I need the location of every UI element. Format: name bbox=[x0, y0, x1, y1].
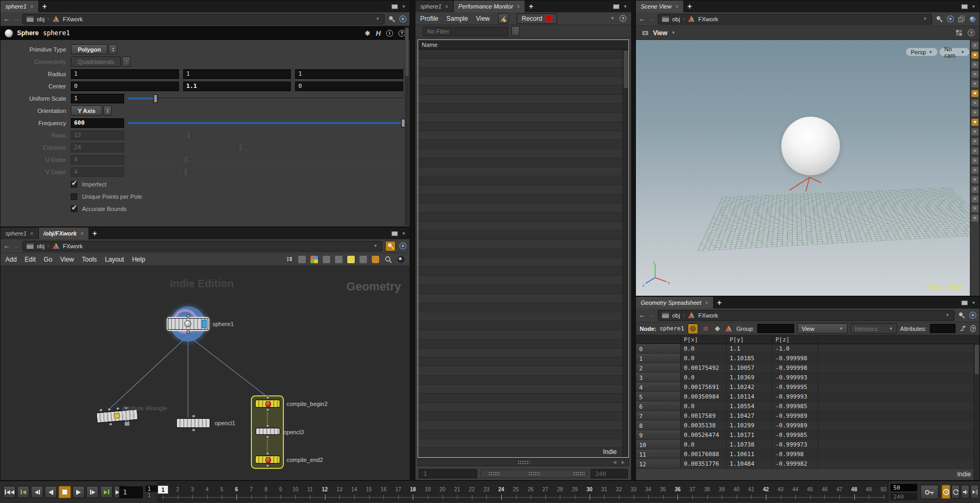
current-frame-indicator[interactable]: 1 bbox=[158, 485, 168, 494]
nav-forward-icon[interactable]: → bbox=[648, 15, 655, 23]
scrollbar-grip[interactable] bbox=[518, 460, 529, 465]
param-imperfect-checkbox[interactable] bbox=[71, 181, 77, 188]
current-frame-field[interactable]: 1 bbox=[119, 486, 143, 498]
tab-sphere1[interactable]: sphere1 × bbox=[1, 228, 39, 239]
breadcrumb-context[interactable]: FXwork bbox=[63, 16, 83, 22]
perf-list-row[interactable] bbox=[418, 348, 628, 358]
column-header-p-x-[interactable]: P[x] bbox=[681, 335, 726, 344]
input-connector[interactable] bbox=[192, 415, 195, 418]
spreadsheet-row[interactable]: 110.001760881.10611-0.99998 bbox=[636, 450, 979, 459]
perf-list-row[interactable] bbox=[418, 385, 628, 394]
perf-list-row[interactable] bbox=[418, 267, 628, 276]
path-field[interactable]: obj › FXwork ▼ bbox=[658, 310, 954, 321]
range-slider[interactable] bbox=[480, 469, 587, 478]
spreadsheet-row[interactable]: 100.01.10738-0.999973 bbox=[636, 440, 979, 450]
realtime-toggle-button[interactable] bbox=[942, 485, 950, 499]
grid-snap-icon[interactable] bbox=[323, 256, 330, 263]
projection-selector[interactable]: Persp▼ bbox=[905, 47, 938, 56]
perf-list-row[interactable] bbox=[418, 439, 628, 448]
viewport-tool-icon[interactable] bbox=[971, 71, 978, 78]
spreadsheet-row[interactable]: 20.001754921.10057-0.999998 bbox=[636, 363, 979, 373]
tab-close-icon[interactable]: × bbox=[30, 4, 34, 10]
background-image-icon[interactable] bbox=[360, 256, 367, 263]
playbar-menu-button[interactable] bbox=[970, 485, 979, 499]
next-frame-button[interactable] bbox=[86, 486, 99, 498]
perf-list-row[interactable] bbox=[418, 339, 628, 348]
tab-sphere1[interactable]: sphere1 × bbox=[1, 1, 39, 12]
viewport-tool-icon[interactable] bbox=[971, 215, 978, 222]
input-connector[interactable] bbox=[266, 396, 270, 399]
pane-menu-icon[interactable]: ▼ bbox=[402, 4, 406, 9]
perf-list-row[interactable] bbox=[418, 95, 628, 104]
perf-list-row[interactable] bbox=[418, 122, 628, 131]
output-connector[interactable] bbox=[266, 435, 270, 439]
perf-list-row[interactable] bbox=[418, 376, 628, 385]
new-tab-button[interactable]: + bbox=[89, 228, 101, 239]
viewport-3d[interactable]: Persp▼ No cam▼ y x z Indie Edition bbox=[636, 40, 970, 296]
tab-close-icon[interactable]: × bbox=[30, 231, 34, 237]
tab-close-icon[interactable]: × bbox=[445, 4, 448, 10]
tab-geometry-spreadsheet[interactable]: Geometry Spreadsheet × bbox=[636, 297, 714, 309]
spreadsheet-row[interactable]: 90.005264741.10171-0.999985 bbox=[636, 431, 979, 440]
gear-icon[interactable]: ✱ bbox=[365, 29, 371, 37]
new-tab-button[interactable]: + bbox=[684, 1, 696, 12]
sheet-vertical-scrollbar[interactable] bbox=[974, 344, 979, 480]
tab-sphere1[interactable]: sphere1 × bbox=[415, 1, 454, 12]
layout-icon[interactable] bbox=[954, 29, 963, 37]
viewport-tool-icon[interactable] bbox=[971, 119, 978, 126]
spreadsheet-row[interactable]: 70.00175891.10427-0.999989 bbox=[636, 411, 979, 421]
node-opencl3[interactable] bbox=[256, 428, 280, 435]
viewport-tool-icon[interactable] bbox=[971, 42, 978, 49]
nav-back-icon[interactable]: ← bbox=[639, 15, 646, 23]
menu-go[interactable]: Go bbox=[44, 256, 52, 263]
path-field[interactable]: obj › FXwork ▼ bbox=[22, 241, 382, 251]
nav-forward-icon[interactable]: → bbox=[648, 311, 655, 319]
perf-result-list[interactable]: Name Indie bbox=[418, 39, 629, 458]
play-button[interactable] bbox=[72, 486, 85, 498]
perf-list-row[interactable] bbox=[418, 394, 628, 403]
path-dropdown-icon[interactable]: ▼ bbox=[373, 244, 379, 248]
perf-list-row[interactable] bbox=[418, 86, 628, 95]
viewport-tool-icon[interactable] bbox=[971, 52, 978, 59]
pane-menu-icon[interactable]: ▼ bbox=[623, 4, 627, 9]
menu-layout[interactable]: Layout bbox=[105, 256, 124, 263]
spreadsheet-row[interactable]: 30.01.10369-0.999993 bbox=[636, 373, 979, 383]
paint-bucket-icon[interactable] bbox=[372, 256, 379, 263]
viewport-tool-icon[interactable] bbox=[971, 167, 978, 174]
spreadsheet-row[interactable]: 40.001756911.10242-0.999995 bbox=[636, 383, 979, 392]
search-icon[interactable] bbox=[384, 255, 393, 264]
param-radius-field-2[interactable]: 1 bbox=[295, 69, 403, 79]
perf-list-row[interactable] bbox=[418, 276, 628, 285]
viewport-tool-icon[interactable] bbox=[971, 186, 978, 193]
perf-list-row[interactable] bbox=[418, 403, 628, 412]
input-connector[interactable] bbox=[266, 424, 270, 427]
perf-list-row[interactable] bbox=[418, 131, 628, 140]
param-radius-field-1[interactable]: 1 bbox=[183, 69, 291, 79]
perf-column-header[interactable]: Name bbox=[418, 40, 628, 50]
column-header-p-y-[interactable]: P[y] bbox=[726, 335, 772, 344]
perf-list-row[interactable] bbox=[418, 222, 628, 231]
houdini-help-icon[interactable]: H bbox=[376, 29, 381, 37]
viewport-title-caret[interactable]: ▼ bbox=[671, 30, 675, 35]
perf-horizontal-scrollbar[interactable]: ◀ ▶ bbox=[418, 459, 629, 466]
breadcrumb-root[interactable]: obj bbox=[37, 243, 45, 249]
pane-maximize-icon[interactable] bbox=[961, 4, 968, 9]
range-end-field[interactable]: 50 bbox=[891, 484, 917, 491]
help-icon[interactable]: ? bbox=[970, 325, 976, 332]
node-compile-begin2[interactable] bbox=[255, 400, 280, 408]
menu-view[interactable]: View bbox=[476, 15, 490, 22]
range-grip-center[interactable] bbox=[528, 472, 540, 476]
param-uniform-scale-field[interactable]: 1 bbox=[71, 94, 124, 103]
path-field[interactable]: obj › FXwork ▼ bbox=[658, 14, 932, 25]
perf-list-row[interactable] bbox=[418, 303, 628, 312]
pin-icon[interactable] bbox=[935, 15, 943, 23]
pin-icon[interactable] bbox=[387, 15, 396, 23]
info-icon[interactable]: i bbox=[386, 30, 393, 37]
param-orientation-spinner[interactable]: ▲▼ bbox=[103, 106, 112, 116]
range-end-field[interactable]: 240 bbox=[591, 469, 628, 478]
output-connector[interactable] bbox=[266, 408, 270, 411]
prev-keyframe-button[interactable] bbox=[17, 486, 29, 498]
display-flag[interactable] bbox=[202, 320, 207, 328]
perf-list-row[interactable] bbox=[418, 258, 628, 267]
viewport-tool-icon[interactable] bbox=[971, 157, 978, 164]
